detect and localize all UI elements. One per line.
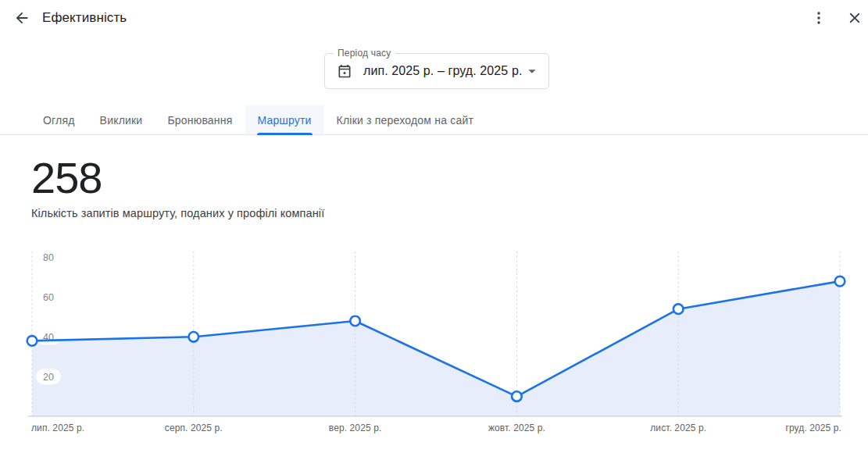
close-button[interactable] bbox=[839, 2, 868, 34]
x-tick-label: лип. 2025 р. bbox=[31, 423, 84, 433]
tab-label: Кліки з переходом на сайт bbox=[337, 114, 473, 127]
back-arrow-icon bbox=[13, 9, 30, 27]
tab-directions[interactable]: Маршрути bbox=[245, 105, 324, 134]
dropdown-arrow-icon bbox=[523, 62, 541, 80]
tab-label: Маршрути bbox=[258, 114, 312, 127]
data-point[interactable] bbox=[835, 276, 845, 287]
more-options-button[interactable] bbox=[803, 2, 834, 34]
kebab-menu-icon bbox=[810, 9, 827, 27]
data-point[interactable] bbox=[673, 304, 684, 314]
x-tick-label: вер. 2025 р. bbox=[277, 423, 434, 433]
tab-website-clicks[interactable]: Кліки з переходом на сайт bbox=[324, 105, 486, 134]
tab-label: Бронювання bbox=[167, 114, 232, 127]
x-tick-label: груд. 2025 р. bbox=[716, 423, 841, 433]
metric-total: 258 bbox=[31, 156, 102, 200]
calendar-icon bbox=[337, 63, 352, 79]
date-range-field[interactable]: Період часу лип. 2025 р. – груд. 2025 р. bbox=[324, 53, 549, 89]
metric-description: Кількість запитів маршруту, поданих у пр… bbox=[31, 207, 324, 219]
chart-area: 20406080 bbox=[0, 242, 868, 418]
date-range-value: лип. 2025 р. – груд. 2025 р. bbox=[363, 64, 522, 78]
data-point[interactable] bbox=[512, 391, 522, 401]
y-tick-label: 20 bbox=[43, 372, 54, 383]
data-point[interactable] bbox=[350, 316, 360, 326]
tab-bookings[interactable]: Бронювання bbox=[155, 105, 245, 134]
data-point[interactable] bbox=[189, 332, 199, 342]
performance-page: Ефективність Період часу лип. 2025 р. – … bbox=[0, 0, 868, 460]
active-tab-underline bbox=[257, 133, 313, 135]
x-tick-label: жовт. 2025 р. bbox=[438, 423, 595, 433]
y-tick-label: 80 bbox=[43, 252, 54, 263]
line-chart: 20406080 bbox=[0, 242, 868, 418]
close-icon bbox=[846, 9, 863, 27]
tab-list: Огляд Виклики Бронювання Маршрути Кліки … bbox=[30, 105, 868, 134]
data-point[interactable] bbox=[27, 336, 38, 346]
y-tick-label: 60 bbox=[43, 292, 54, 303]
tab-label: Огляд bbox=[43, 114, 75, 127]
back-button[interactable] bbox=[6, 2, 38, 34]
tab-overview[interactable]: Огляд bbox=[30, 105, 88, 134]
x-tick-label: серп. 2025 р. bbox=[116, 423, 272, 433]
page-title: Ефективність bbox=[42, 10, 127, 26]
date-range-label: Період часу bbox=[334, 48, 395, 59]
tab-label: Виклики bbox=[100, 114, 143, 127]
tabs-bar: Огляд Виклики Бронювання Маршрути Кліки … bbox=[0, 105, 868, 135]
x-axis-labels: лип. 2025 р.серп. 2025 р.вер. 2025 р.жов… bbox=[0, 423, 868, 435]
tab-calls[interactable]: Виклики bbox=[88, 105, 155, 134]
